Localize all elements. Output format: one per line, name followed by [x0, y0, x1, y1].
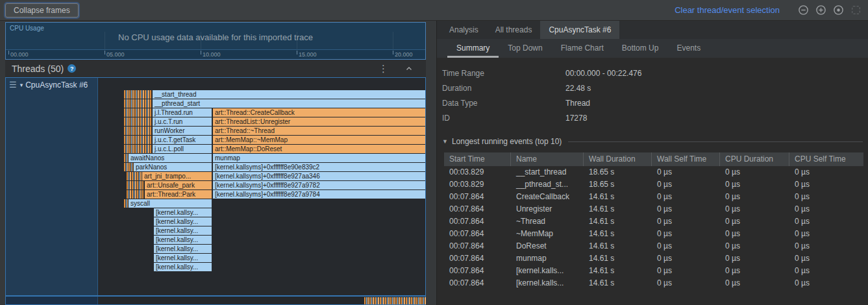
flame-bar[interactable]: parkNanos [134, 163, 212, 171]
table-row[interactable]: 00:03.829__pthread_st...18.65 s0 µs0 µs0… [444, 178, 863, 191]
collapse-frames-button[interactable]: Collapse frames [5, 3, 79, 18]
profiler-left-pane: CPU Usage No CPU usage data available fo… [0, 21, 436, 305]
table-cell: 0 µs [720, 178, 789, 191]
table-cell: 0 µs [720, 215, 789, 228]
flame-bar[interactable]: syscall [129, 199, 212, 208]
cpu-usage-message: No CPU usage data available for this imp… [6, 32, 425, 42]
collapse-section-icon[interactable] [405, 65, 413, 73]
subtab-flame-chart[interactable]: Flame Chart [552, 39, 613, 58]
flame-bar[interactable]: __pthread_start [153, 99, 425, 108]
column-header[interactable]: Name [511, 152, 584, 166]
table-cell: Unregister [511, 203, 584, 215]
table-row[interactable]: 00:03.829__start_thread18.65 s0 µs0 µs0 … [444, 166, 863, 178]
chevron-down-icon[interactable]: ▾ [20, 82, 23, 88]
table-cell: 0 µs [652, 277, 720, 289]
tab-cpuasynctask-6[interactable]: CpuAsyncTask #6 [540, 21, 619, 39]
flame-bar[interactable]: __start_thread [153, 90, 425, 99]
table-row[interactable]: 00:07.864Unregister14.61 s0 µs0 µs0 µs [444, 203, 863, 215]
drag-handle-icon[interactable]: ☰ [9, 80, 17, 90]
next-thread-sidebar[interactable] [6, 297, 98, 304]
flame-bar[interactable]: [kernel.kallsy... [154, 236, 212, 244]
flame-bar[interactable]: art::Thread::~Thread [213, 127, 425, 135]
clear-selection-link[interactable]: Clear thread/event selection [675, 5, 780, 15]
column-header[interactable]: CPU Duration [720, 152, 789, 166]
flame-bar[interactable]: runWorker [153, 127, 212, 135]
tab-all-threads[interactable]: All threads [487, 21, 541, 39]
flame-bar[interactable]: [kernel.kallsy... [154, 226, 212, 235]
flame-bar[interactable]: [kernel.kallsy... [154, 208, 212, 217]
table-cell: 0 µs [652, 252, 720, 265]
flame-bar[interactable]: awaitNanos [129, 154, 212, 162]
summary-row: Time Range00:00.000 - 00:22.476 [442, 66, 868, 80]
flame-bar[interactable]: [kernel.kallsyms]+0xffffff8e90e839c2 [213, 163, 425, 171]
flame-bar[interactable]: munmap [213, 154, 425, 162]
flame-bar[interactable]: art_jni_trampo... [142, 172, 212, 180]
column-header[interactable]: Start Time [444, 152, 511, 166]
table-cell: 0 µs [720, 265, 789, 277]
table-cell: 14.61 s [584, 252, 652, 265]
kebab-menu-icon[interactable]: ⋮ [378, 64, 388, 73]
reset-zoom-icon[interactable] [832, 5, 844, 16]
table-cell: 00:07.864 [444, 191, 511, 203]
table-row[interactable]: 00:07.864[kernel.kalls...14.61 s0 µs0 µs… [444, 277, 863, 289]
summary-row: Duration22.48 s [442, 80, 868, 95]
table-row[interactable]: 00:07.864~MemMap14.61 s0 µs0 µs0 µs [444, 228, 863, 240]
tab-analysis[interactable]: Analysis [441, 21, 487, 39]
table-row[interactable]: 00:07.864[kernel.kalls...14.61 s0 µs0 µs… [444, 265, 863, 277]
subtab-top-down[interactable]: Top Down [499, 39, 551, 58]
table-row[interactable]: 00:07.864DoReset14.61 s0 µs0 µs0 µs [444, 240, 863, 252]
column-header[interactable]: Wall Self Time [652, 152, 720, 166]
table-row[interactable]: 00:07.864~Thread14.61 s0 µs0 µs0 µs [444, 215, 863, 228]
table-cell: CreateCallback [511, 191, 584, 203]
flame-bar[interactable]: j.l.Thread.run [153, 108, 212, 117]
table-row[interactable]: 00:07.864CreateCallback14.61 s0 µs0 µs0 … [444, 191, 863, 203]
flame-bar[interactable]: [kernel.kallsy... [154, 245, 212, 253]
flame-bar[interactable]: art::Unsafe_park [145, 181, 212, 189]
zoom-in-icon[interactable] [815, 5, 826, 16]
flame-bar[interactable]: [kernel.kallsyms]+0xffffff8e927a9784 [213, 190, 425, 199]
flame-bar[interactable]: art::MemMap::DoReset [213, 145, 425, 153]
flame-bar[interactable]: [kernel.kallsy... [154, 254, 212, 262]
table-cell: 00:07.864 [444, 252, 511, 265]
table-cell: 14.61 s [584, 265, 652, 277]
flame-bar[interactable]: [kernel.kallsy... [154, 217, 212, 226]
table-cell: 0 µs [652, 228, 720, 240]
table-cell: 0 µs [720, 240, 789, 252]
flame-bar[interactable]: [kernel.kallsyms]+0xffffff8e927aa346 [213, 172, 425, 180]
subtab-events[interactable]: Events [667, 39, 710, 58]
table-cell: 0 µs [789, 203, 864, 215]
flame-bar[interactable]: j.u.c.L.poll [153, 145, 212, 153]
help-icon[interactable]: ? [68, 64, 76, 73]
flame-bar[interactable]: art::Thread::CreateCallback [213, 108, 425, 117]
zoom-to-selection-icon[interactable] [850, 5, 862, 16]
flame-bar[interactable]: art::Thread::Park [145, 190, 212, 199]
flame-bar[interactable]: j.u.c.T.getTask [153, 136, 212, 144]
threads-title: Threads (50) [12, 64, 64, 74]
thread-sidebar[interactable]: ☰ ▾ CpuAsyncTask #6 [6, 78, 98, 295]
flame-bar[interactable]: [kernel.kallsy... [154, 263, 212, 271]
table-cell: 14.61 s [584, 240, 652, 252]
zoom-out-icon[interactable] [797, 5, 809, 16]
table-cell: 0 µs [720, 191, 789, 203]
threads-panel: ☰ ▾ CpuAsyncTask #6 __start_thread__pthr… [5, 77, 426, 305]
flame-minor-events [127, 172, 142, 180]
cpu-profiler-window: Collapse frames Clear thread/event selec… [0, 0, 868, 305]
table-cell: 0 µs [789, 277, 864, 289]
flame-bar[interactable]: art::ThreadList::Unregister [213, 117, 425, 126]
thread-row[interactable]: ☰ ▾ CpuAsyncTask #6 [9, 80, 94, 90]
flame-bar[interactable]: [kernel.kallsyms]+0xffffff8e927a9782 [213, 181, 425, 189]
table-cell: 0 µs [720, 277, 789, 289]
table-cell: __pthread_st... [511, 178, 584, 191]
table-cell: 0 µs [789, 191, 864, 203]
next-thread-track[interactable] [6, 295, 425, 304]
chevron-down-icon[interactable]: ▼ [442, 138, 448, 145]
table-row[interactable]: 00:07.864munmap14.61 s0 µs0 µs0 µs [444, 252, 863, 265]
cpu-usage-track[interactable]: CPU Usage No CPU usage data available fo… [5, 22, 426, 60]
flame-bar[interactable]: j.u.c.T.run [153, 117, 212, 126]
subtab-summary[interactable]: Summary [447, 39, 499, 58]
flame-bar[interactable]: art::MemMap::~MemMap [213, 136, 425, 144]
subtab-bottom-up[interactable]: Bottom Up [613, 39, 668, 58]
column-header[interactable]: CPU Self Time [789, 152, 864, 166]
summary-label: Time Range [442, 69, 565, 78]
column-header[interactable]: Wall Duration [584, 152, 652, 166]
